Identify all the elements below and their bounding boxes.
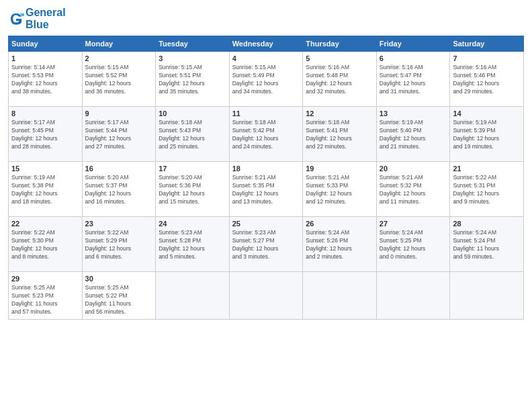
day-info: Sunrise: 5:22 AM Sunset: 5:29 PM Dayligh… <box>85 229 153 261</box>
day-info: Sunrise: 5:19 AM Sunset: 5:40 PM Dayligh… <box>380 119 447 151</box>
day-info: Sunrise: 5:24 AM Sunset: 5:25 PM Dayligh… <box>380 229 447 261</box>
calendar-cell: 21Sunrise: 5:22 AM Sunset: 5:31 PM Dayli… <box>450 162 524 217</box>
day-info: Sunrise: 5:23 AM Sunset: 5:28 PM Dayligh… <box>159 229 226 261</box>
calendar-cell: 4Sunrise: 5:15 AM Sunset: 5:49 PM Daylig… <box>229 52 303 107</box>
calendar-cell: 16Sunrise: 5:20 AM Sunset: 5:37 PM Dayli… <box>82 162 156 217</box>
logo-text: General Blue <box>26 7 66 30</box>
day-info: Sunrise: 5:20 AM Sunset: 5:36 PM Dayligh… <box>159 174 226 206</box>
day-number: 7 <box>453 54 521 62</box>
day-info: Sunrise: 5:15 AM Sunset: 5:49 PM Dayligh… <box>232 64 300 96</box>
calendar-cell: 30Sunrise: 5:25 AM Sunset: 5:22 PM Dayli… <box>82 272 156 320</box>
day-info: Sunrise: 5:21 AM Sunset: 5:33 PM Dayligh… <box>306 174 373 206</box>
day-number: 22 <box>11 220 79 228</box>
day-number: 10 <box>159 109 226 118</box>
day-number: 21 <box>453 165 521 173</box>
day-number: 26 <box>306 220 373 228</box>
day-number: 5 <box>306 54 373 62</box>
day-info: Sunrise: 5:23 AM Sunset: 5:27 PM Dayligh… <box>232 229 300 261</box>
day-number: 6 <box>380 54 447 62</box>
col-header-thursday: Thursday <box>303 36 377 52</box>
day-info: Sunrise: 5:25 AM Sunset: 5:23 PM Dayligh… <box>11 284 79 316</box>
day-number: 29 <box>11 275 79 283</box>
col-header-friday: Friday <box>376 36 450 52</box>
day-info: Sunrise: 5:19 AM Sunset: 5:38 PM Dayligh… <box>11 174 79 206</box>
day-info: Sunrise: 5:17 AM Sunset: 5:45 PM Dayligh… <box>11 119 79 151</box>
day-number: 8 <box>11 109 79 118</box>
day-info: Sunrise: 5:24 AM Sunset: 5:26 PM Dayligh… <box>306 229 373 261</box>
day-info: Sunrise: 5:14 AM Sunset: 5:53 PM Dayligh… <box>11 64 79 96</box>
calendar-cell: 12Sunrise: 5:18 AM Sunset: 5:41 PM Dayli… <box>303 107 377 162</box>
day-number: 4 <box>232 54 300 62</box>
col-header-monday: Monday <box>82 36 156 52</box>
day-info: Sunrise: 5:16 AM Sunset: 5:47 PM Dayligh… <box>380 64 447 96</box>
calendar-cell: 15Sunrise: 5:19 AM Sunset: 5:38 PM Dayli… <box>9 162 83 217</box>
calendar-cell: 23Sunrise: 5:22 AM Sunset: 5:29 PM Dayli… <box>82 217 156 272</box>
calendar-cell: 9Sunrise: 5:17 AM Sunset: 5:44 PM Daylig… <box>82 107 156 162</box>
day-info: Sunrise: 5:20 AM Sunset: 5:37 PM Dayligh… <box>85 174 153 206</box>
col-header-wednesday: Wednesday <box>229 36 303 52</box>
calendar-cell: 25Sunrise: 5:23 AM Sunset: 5:27 PM Dayli… <box>229 217 303 272</box>
day-number: 27 <box>380 220 447 228</box>
calendar-cell: 10Sunrise: 5:18 AM Sunset: 5:43 PM Dayli… <box>156 107 230 162</box>
day-number: 16 <box>85 165 153 173</box>
calendar-cell: 20Sunrise: 5:21 AM Sunset: 5:32 PM Dayli… <box>376 162 450 217</box>
day-info: Sunrise: 5:22 AM Sunset: 5:31 PM Dayligh… <box>453 174 521 206</box>
calendar-cell: 13Sunrise: 5:19 AM Sunset: 5:40 PM Dayli… <box>376 107 450 162</box>
col-header-sunday: Sunday <box>9 36 83 52</box>
calendar-cell: 29Sunrise: 5:25 AM Sunset: 5:23 PM Dayli… <box>9 272 83 320</box>
calendar-cell: 2Sunrise: 5:15 AM Sunset: 5:52 PM Daylig… <box>82 52 156 107</box>
day-number: 18 <box>232 165 300 173</box>
day-number: 3 <box>159 54 226 62</box>
page-header: General Blue <box>8 7 524 30</box>
calendar-cell: 8Sunrise: 5:17 AM Sunset: 5:45 PM Daylig… <box>9 107 83 162</box>
day-info: Sunrise: 5:17 AM Sunset: 5:44 PM Dayligh… <box>85 119 153 151</box>
day-info: Sunrise: 5:16 AM Sunset: 5:48 PM Dayligh… <box>306 64 373 96</box>
day-info: Sunrise: 5:18 AM Sunset: 5:43 PM Dayligh… <box>159 119 226 151</box>
calendar-table: SundayMondayTuesdayWednesdayThursdayFrid… <box>8 36 524 320</box>
day-info: Sunrise: 5:21 AM Sunset: 5:32 PM Dayligh… <box>380 174 447 206</box>
day-number: 11 <box>232 109 300 118</box>
day-number: 19 <box>306 165 373 173</box>
day-number: 9 <box>85 109 153 118</box>
calendar-cell <box>156 272 230 320</box>
calendar-cell: 17Sunrise: 5:20 AM Sunset: 5:36 PM Dayli… <box>156 162 230 217</box>
calendar-cell <box>303 272 377 320</box>
day-number: 28 <box>453 220 521 228</box>
calendar-cell: 14Sunrise: 5:19 AM Sunset: 5:39 PM Dayli… <box>450 107 524 162</box>
day-number: 1 <box>11 54 79 62</box>
logo: General Blue <box>8 7 66 30</box>
day-info: Sunrise: 5:18 AM Sunset: 5:41 PM Dayligh… <box>306 119 373 151</box>
day-info: Sunrise: 5:15 AM Sunset: 5:51 PM Dayligh… <box>159 64 226 96</box>
day-info: Sunrise: 5:24 AM Sunset: 5:24 PM Dayligh… <box>453 229 521 261</box>
calendar-cell: 24Sunrise: 5:23 AM Sunset: 5:28 PM Dayli… <box>156 217 230 272</box>
col-header-saturday: Saturday <box>450 36 524 52</box>
day-number: 17 <box>159 165 226 173</box>
day-number: 13 <box>380 109 447 118</box>
calendar-cell <box>229 272 303 320</box>
day-number: 12 <box>306 109 373 118</box>
logo-icon <box>8 11 24 27</box>
calendar-cell: 1Sunrise: 5:14 AM Sunset: 5:53 PM Daylig… <box>9 52 83 107</box>
calendar-cell: 3Sunrise: 5:15 AM Sunset: 5:51 PM Daylig… <box>156 52 230 107</box>
day-info: Sunrise: 5:25 AM Sunset: 5:22 PM Dayligh… <box>85 284 153 316</box>
day-info: Sunrise: 5:22 AM Sunset: 5:30 PM Dayligh… <box>11 229 79 261</box>
day-number: 23 <box>85 220 153 228</box>
calendar-cell: 28Sunrise: 5:24 AM Sunset: 5:24 PM Dayli… <box>450 217 524 272</box>
calendar-cell: 18Sunrise: 5:21 AM Sunset: 5:35 PM Dayli… <box>229 162 303 217</box>
calendar-cell: 6Sunrise: 5:16 AM Sunset: 5:47 PM Daylig… <box>376 52 450 107</box>
day-number: 30 <box>85 275 153 283</box>
calendar-cell: 11Sunrise: 5:18 AM Sunset: 5:42 PM Dayli… <box>229 107 303 162</box>
day-number: 14 <box>453 109 521 118</box>
day-number: 15 <box>11 165 79 173</box>
calendar-cell: 26Sunrise: 5:24 AM Sunset: 5:26 PM Dayli… <box>303 217 377 272</box>
day-number: 24 <box>159 220 226 228</box>
calendar-cell: 27Sunrise: 5:24 AM Sunset: 5:25 PM Dayli… <box>376 217 450 272</box>
calendar-cell <box>450 272 524 320</box>
day-number: 25 <box>232 220 300 228</box>
calendar-cell: 22Sunrise: 5:22 AM Sunset: 5:30 PM Dayli… <box>9 217 83 272</box>
calendar-cell: 7Sunrise: 5:16 AM Sunset: 5:46 PM Daylig… <box>450 52 524 107</box>
day-info: Sunrise: 5:18 AM Sunset: 5:42 PM Dayligh… <box>232 119 300 151</box>
day-info: Sunrise: 5:21 AM Sunset: 5:35 PM Dayligh… <box>232 174 300 206</box>
day-info: Sunrise: 5:16 AM Sunset: 5:46 PM Dayligh… <box>453 64 521 96</box>
calendar-cell: 19Sunrise: 5:21 AM Sunset: 5:33 PM Dayli… <box>303 162 377 217</box>
